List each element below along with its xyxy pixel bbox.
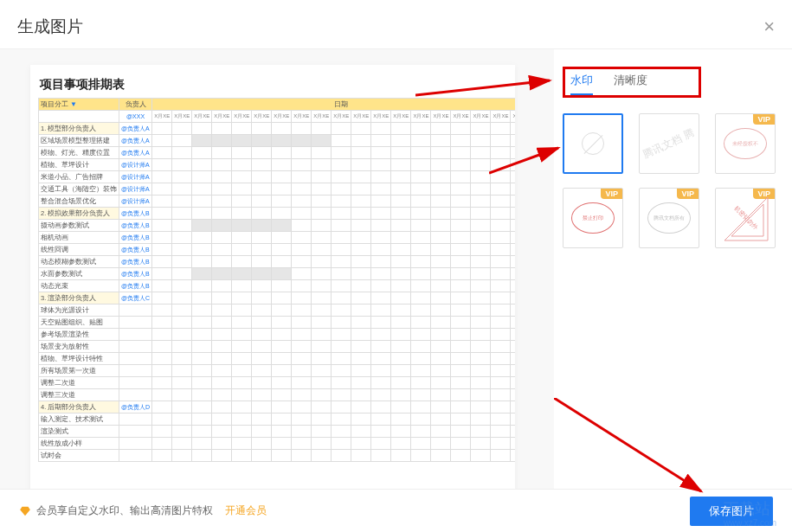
vip-badge-icon: VIP (601, 189, 622, 199)
schedule-table: 项目分工 ▼负责人日期@XXXX月XEX月XEX月XEX月XEX月XEX月XEX… (38, 98, 515, 462)
no-watermark-icon (582, 132, 604, 155)
triangle-outline-icon (716, 189, 776, 248)
side-panel: 水印 清晰度 腾讯文档 腾 VIP 未经授权不 VIP 禁止打印 VIP 腾讯文… (554, 49, 792, 490)
stamp-icon: 禁止打印 (571, 202, 615, 234)
promo-text: 会员享自定义水印、输出高清图片特权 (36, 503, 213, 518)
close-icon[interactable]: × (763, 16, 775, 38)
watermark-unauth[interactable]: VIP 未经授权不 (715, 113, 776, 174)
sheet-title: 项目事项排期表 (38, 74, 507, 98)
stamp-icon: 未经授权不 (724, 128, 767, 159)
tabs-highlight-box: 水印 清晰度 (563, 67, 701, 98)
tab-clarity[interactable]: 清晰度 (614, 73, 647, 95)
dialog-header: 生成图片 × (0, 0, 792, 49)
watermark-none[interactable] (563, 113, 623, 174)
diamond-icon (19, 505, 31, 517)
watermark-preview-text: 腾讯文档 腾 (641, 125, 698, 162)
tab-watermark[interactable]: 水印 (570, 73, 593, 95)
footer: 会员享自定义水印、输出高清图片特权 开通会员 保存图片 (0, 489, 792, 532)
open-vip-link[interactable]: 开通会员 (225, 503, 267, 518)
footer-promo: 会员享自定义水印、输出高清图片特权 开通会员 (19, 503, 267, 518)
svg-marker-1 (731, 204, 763, 236)
tabs: 水印 清晰度 (570, 73, 693, 95)
watermark-no-print[interactable]: VIP 禁止打印 (563, 188, 623, 248)
watermark-grid: 腾讯文档 腾 VIP 未经授权不 VIP 禁止打印 VIP 腾讯文档所有 VIP… (563, 113, 775, 248)
save-image-button[interactable]: 保存图片 (690, 497, 773, 526)
watermark-confidential[interactable]: VIP 机密切勿外 (715, 188, 776, 248)
vip-badge-icon: VIP (677, 189, 699, 199)
watermark-tx-docs[interactable]: 腾讯文档 腾 (639, 113, 699, 174)
preview-paper: 项目事项排期表 项目分工 ▼负责人日期@XXXX月XEX月XEX月XEX月XEX… (30, 65, 515, 490)
preview-area: 项目事项排期表 项目分工 ▼负责人日期@XXXX月XEX月XEX月XEX月XEX… (0, 49, 554, 490)
svg-marker-0 (724, 197, 768, 240)
stamp-icon: 腾讯文档所有 (647, 202, 691, 234)
dialog-title: 生成图片 (17, 16, 83, 38)
vip-badge-icon: VIP (753, 114, 775, 125)
watermark-tx-only[interactable]: VIP 腾讯文档所有 (639, 188, 699, 248)
